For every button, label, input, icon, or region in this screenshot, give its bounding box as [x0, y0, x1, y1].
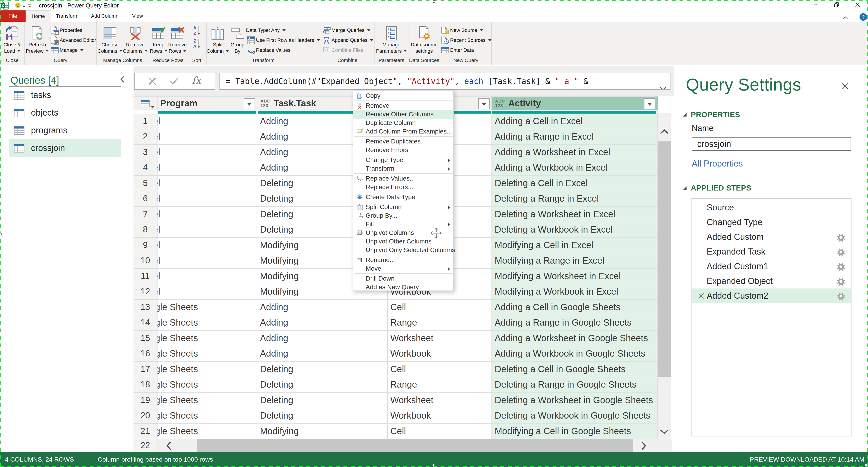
cell-program[interactable]: Google Sheets	[157, 408, 257, 424]
cell-program[interactable]: Excel	[157, 191, 257, 207]
row-number[interactable]: 11	[133, 269, 157, 284]
table-row[interactable]: 17Google SheetsDeletingCellDeleting a Ce…	[133, 362, 671, 377]
cell-activity[interactable]: Adding a Workbook in Excel	[492, 160, 657, 176]
cell-program[interactable]: Google Sheets	[157, 315, 257, 331]
query-item-crossjoin[interactable]: crossjoin	[9, 139, 121, 157]
delete-step-button[interactable]	[698, 293, 705, 299]
cell-activity[interactable]: Adding a Range in Google Sheets	[492, 315, 657, 331]
applied-step-source[interactable]: Source	[692, 200, 851, 215]
cell-activity[interactable]: Adding a Workbook in Google Sheets	[492, 346, 657, 362]
new-source-button[interactable]: New Source	[440, 25, 492, 35]
cell-program[interactable]: Excel	[157, 253, 257, 269]
cell-object[interactable]: Cell	[388, 300, 492, 315]
cell-activity[interactable]: Deleting a Cell in Excel	[492, 176, 657, 191]
cell-task[interactable]: Deleting	[257, 408, 388, 424]
cell-object[interactable]: Cell	[388, 362, 492, 377]
scroll-up-button[interactable]	[660, 129, 669, 134]
row-number[interactable]: 21	[133, 424, 157, 439]
table-row[interactable]: 19Google SheetsDeletingWorksheetDeleting…	[133, 393, 671, 408]
cell-program[interactable]: Excel	[157, 160, 257, 176]
query-item-programs[interactable]: programs	[9, 122, 121, 139]
menu-item-add-as-new-query[interactable]: Add as New Query	[353, 283, 454, 291]
step-settings-button[interactable]	[837, 262, 845, 271]
ribbon-item-button[interactable]: Data Type: Any	[246, 25, 320, 35]
menu-item-duplicate-column[interactable]: Duplicate Column	[353, 119, 454, 127]
cell-object[interactable]: Workbook	[388, 346, 492, 362]
table-row[interactable]: 21Google SheetsModifyingCellModifying a …	[133, 424, 671, 439]
cell-activity[interactable]: Modifying a Cell in Google Sheets	[492, 424, 657, 439]
row-number[interactable]: 17	[133, 362, 157, 377]
scroll-right-button[interactable]	[641, 441, 646, 450]
tab-file[interactable]: File	[0, 10, 26, 22]
scroll-down-button[interactable]	[660, 429, 669, 434]
cell-object[interactable]: Worksheet	[388, 393, 492, 408]
split-column-button[interactable]: SplitColumn	[207, 24, 229, 54]
sort-descending-button[interactable]: ZA	[192, 37, 202, 50]
cell-activity[interactable]: Adding a Cell in Google Sheets	[492, 300, 657, 315]
cell-activity[interactable]: Adding a Cell in Excel	[492, 114, 657, 129]
recent-sources-button[interactable]: Recent Sources	[440, 35, 492, 45]
query-item-objects[interactable]: objects	[9, 104, 121, 122]
row-number[interactable]: 8	[133, 222, 157, 238]
properties-button[interactable]: Properties	[50, 25, 96, 35]
scroll-left-button[interactable]	[166, 441, 171, 450]
cell-activity[interactable]: Adding a Worksheet in Excel	[492, 145, 657, 160]
advanced-editor-button[interactable]: Advanced Editor	[50, 35, 96, 45]
cell-activity[interactable]: Adding a Range in Excel	[492, 129, 657, 145]
row-number[interactable]: 13	[133, 300, 157, 315]
close-button[interactable]	[855, 2, 860, 7]
cell-task[interactable]: Deleting	[257, 362, 388, 377]
expand-formula-button[interactable]	[660, 80, 666, 90]
row-number[interactable]: 16	[133, 346, 157, 362]
choose-columns-button[interactable]: ChooseColumns	[97, 24, 123, 54]
menu-item-transform[interactable]: Transform	[353, 164, 454, 173]
help-button[interactable]: ?	[859, 13, 867, 21]
data-source-settings-button[interactable]: Data sourcesettings	[412, 24, 437, 54]
row-number[interactable]: 3	[133, 145, 157, 160]
vertical-scroll-thumb[interactable]	[658, 142, 671, 377]
applied-steps-section-header[interactable]: APPLIED STEPS	[682, 184, 751, 192]
cell-activity[interactable]: Modifying a Cell in Excel	[492, 238, 657, 253]
cell-task[interactable]: Modifying	[257, 424, 388, 439]
cell-program[interactable]: Excel	[157, 114, 257, 129]
menu-item-rename[interactable]: Rename...	[353, 256, 454, 264]
query-item-tasks[interactable]: tasks	[9, 86, 121, 104]
cell-program[interactable]: Google Sheets	[157, 377, 257, 393]
group-by-button[interactable]: GroupBy	[229, 24, 246, 54]
menu-item-create-data-type[interactable]: Create Data Type	[353, 193, 454, 201]
minimize-button[interactable]	[814, 2, 819, 7]
menu-item-replace-errors[interactable]: Replace Errors...	[353, 183, 454, 191]
row-number[interactable]: 20	[133, 408, 157, 424]
menu-item-change-type[interactable]: Change Type	[353, 156, 454, 164]
table-row[interactable]: 13Google SheetsAddingCellAdding a Cell i…	[133, 300, 671, 315]
formula-input[interactable]: = Table.AddColumn(#"Expanded Object", "A…	[219, 73, 671, 90]
menu-item-remove-errors[interactable]: Remove Errors	[353, 146, 454, 154]
cell-object[interactable]: Worksheet	[388, 331, 492, 346]
cell-task[interactable]: Adding	[257, 346, 388, 362]
cell-program[interactable]: Google Sheets	[157, 300, 257, 315]
menu-item-unpivot-only-selected-columns[interactable]: Unpivot Only Selected Columns	[353, 246, 454, 254]
formula-accept-button[interactable]	[170, 78, 178, 85]
merge-queries-button[interactable]: Merge Queries	[321, 25, 373, 35]
cell-program[interactable]: Google Sheets	[157, 393, 257, 408]
menu-item-remove[interactable]: Remove	[353, 101, 454, 110]
remove-columns-button[interactable]: RemoveColumns	[123, 24, 148, 54]
cell-activity[interactable]: Modifying a Range in Excel	[492, 253, 657, 269]
cell-task[interactable]: Adding	[257, 315, 388, 331]
applied-step-added-custom2[interactable]: Added Custom2	[692, 288, 851, 303]
applied-step-changed-type[interactable]: Changed Type	[692, 215, 851, 230]
tab-view[interactable]: View	[123, 10, 152, 22]
menu-item-group-by[interactable]: Group By...	[353, 211, 454, 220]
cell-activity[interactable]: Adding a Worksheet in Google Sheets	[492, 331, 657, 346]
cell-activity[interactable]: Deleting a Range in Google Sheets	[492, 377, 657, 393]
cell-program[interactable]: Excel	[157, 145, 257, 160]
replace-values-button[interactable]: 12Replace Values	[246, 45, 320, 55]
tab-transform[interactable]: Transform	[54, 10, 81, 22]
cell-activity[interactable]: Deleting a Worksheet in Google Sheets	[492, 393, 657, 408]
combine-files-button[interactable]: Combine Files	[321, 45, 373, 55]
cell-program[interactable]: Google Sheets	[157, 362, 257, 377]
cell-object[interactable]: Cell	[388, 424, 492, 439]
column-header-activity[interactable]: ABC123Activity	[492, 96, 657, 111]
row-number[interactable]: 15	[133, 331, 157, 346]
table-row[interactable]: 16Google SheetsAddingWorkbookAdding a Wo…	[133, 346, 671, 362]
